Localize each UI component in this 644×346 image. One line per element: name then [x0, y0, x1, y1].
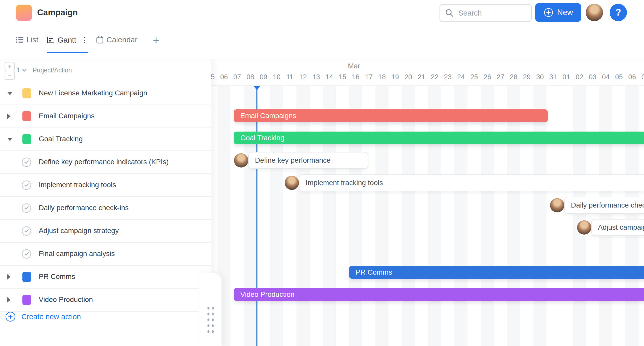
check-circle-icon[interactable]	[21, 203, 32, 213]
weekday-stripe	[454, 86, 468, 346]
action-row[interactable]: Final campaign analysis	[0, 243, 211, 266]
gantt-task-card[interactable]: Define key performance	[248, 152, 368, 169]
caret-right-icon[interactable]	[7, 274, 10, 280]
project-rows: New License Marketing CampaignEmail Camp…	[0, 82, 211, 312]
level-selector[interactable]: 1	[16, 66, 27, 74]
date-label: 18	[375, 73, 389, 81]
weekday-stripe	[270, 86, 283, 346]
project-row[interactable]: New License Marketing Campaign	[0, 82, 211, 105]
weekday-stripe	[507, 86, 520, 346]
project-color-swatch	[22, 272, 31, 282]
today-line	[256, 89, 257, 346]
row-label: Email Campaigns	[39, 112, 94, 120]
user-avatar[interactable]	[586, 4, 603, 21]
caret-down-icon[interactable]	[7, 138, 13, 141]
weekday-stripe	[244, 86, 257, 346]
date-label: 04	[599, 73, 612, 81]
date-label: 25	[468, 73, 481, 81]
gantt-task-card[interactable]: Adjust campaign strategy	[591, 219, 644, 236]
tab-gantt-label: Gantt	[58, 36, 76, 44]
tab-calendar-label: Calendar	[106, 35, 138, 44]
weekday-stripe	[402, 86, 415, 346]
action-row[interactable]: Implement tracking tools	[0, 174, 211, 197]
project-color-swatch	[22, 295, 31, 305]
assignee-avatar[interactable]	[285, 176, 299, 190]
action-row[interactable]: Define key performance indicators (KPIs)	[0, 151, 211, 174]
row-label: Daily performance check-ins	[39, 204, 129, 212]
caret-right-icon[interactable]	[7, 113, 10, 119]
search-box[interactable]	[440, 4, 532, 22]
month-label: Mar	[344, 62, 364, 70]
project-color-swatch	[22, 111, 31, 121]
weekday-stripe	[625, 86, 639, 346]
date-label: 31	[546, 73, 560, 81]
search-input[interactable]	[458, 9, 523, 18]
date-label: 07	[230, 73, 244, 81]
assignee-avatar[interactable]	[550, 198, 564, 212]
weekday-stripe	[296, 86, 310, 346]
expand-all-button[interactable]: +	[5, 62, 15, 71]
gantt-icon	[47, 36, 54, 44]
date-label: 01	[560, 73, 573, 81]
caret-down-icon[interactable]	[7, 92, 13, 95]
weekday-stripe	[375, 86, 389, 346]
caret-right-icon[interactable]	[7, 297, 10, 303]
help-button[interactable]: ?	[610, 4, 627, 21]
date-label: 17	[362, 73, 375, 81]
panel-resize-handle[interactable]	[199, 273, 222, 346]
tab-gantt[interactable]: Gantt ⋮	[47, 35, 88, 44]
tab-list-label: List	[26, 35, 38, 44]
view-tabbar: List Gantt ⋮ Calendar +	[0, 26, 644, 59]
top-header: Campaign New ?	[0, 0, 644, 26]
check-circle-icon[interactable]	[21, 226, 32, 236]
panel-header: + − 1 Project/Action	[0, 59, 211, 83]
date-label: 06	[625, 73, 639, 81]
date-label: 29	[520, 73, 533, 81]
assignee-avatar[interactable]	[234, 153, 248, 168]
drag-dots-icon	[206, 305, 214, 334]
tab-list[interactable]: List	[16, 35, 38, 44]
create-new-action-label: Create new action	[21, 313, 81, 321]
date-label: 19	[389, 73, 402, 81]
project-row[interactable]: Goal Tracking	[0, 128, 211, 151]
date-label: 26	[481, 73, 494, 81]
gantt-bar[interactable]: PR Comms	[349, 266, 644, 279]
weekday-stripe	[533, 86, 547, 346]
tab-calendar[interactable]: Calendar	[96, 35, 138, 44]
check-circle-icon[interactable]	[21, 180, 32, 190]
collapse-all-button[interactable]: −	[5, 71, 15, 80]
gantt-bar[interactable]: Video Production	[234, 288, 644, 301]
date-label: 28	[507, 73, 520, 81]
search-icon	[445, 9, 454, 17]
gantt-bar[interactable]: Goal Tracking	[234, 132, 644, 144]
create-new-action-button[interactable]: Create new action	[0, 306, 211, 327]
campaign-app: Mar 050607080910111213141516171819202122…	[0, 0, 644, 346]
check-circle-icon[interactable]	[21, 249, 32, 259]
add-view-button[interactable]: +	[153, 34, 159, 47]
weekday-stripe	[481, 86, 494, 346]
row-label: Final campaign analysis	[39, 250, 115, 258]
gantt-task-card[interactable]: Daily performance check-ins	[564, 197, 644, 214]
assignee-avatar[interactable]	[577, 220, 591, 235]
date-label: 05	[612, 73, 626, 81]
action-row[interactable]: Adjust campaign strategy	[0, 220, 211, 243]
gantt-task-card[interactable]: Implement tracking tools	[299, 174, 644, 191]
new-button[interactable]: New	[535, 3, 581, 22]
column-header: Project/Action	[33, 67, 72, 74]
project-row[interactable]: PR Comms	[0, 266, 211, 289]
date-label: 27	[494, 73, 507, 81]
row-label: Video Production	[39, 296, 93, 304]
today-marker-icon[interactable]	[254, 86, 260, 90]
weekday-stripe	[573, 86, 586, 346]
row-label: New License Marketing Campaign	[39, 89, 147, 97]
date-label: 16	[349, 73, 362, 81]
action-row[interactable]: Daily performance check-ins	[0, 197, 211, 220]
tab-options-kebab-icon[interactable]: ⋮	[79, 35, 88, 44]
check-circle-icon[interactable]	[21, 157, 32, 167]
row-label: Implement tracking tools	[39, 181, 116, 189]
date-label: 09	[257, 73, 270, 81]
project-row[interactable]: Email Campaigns	[0, 105, 211, 128]
gantt-bar[interactable]: Email Campaigns	[234, 109, 548, 122]
project-color-swatch	[22, 88, 31, 98]
project-color-swatch	[22, 134, 31, 144]
